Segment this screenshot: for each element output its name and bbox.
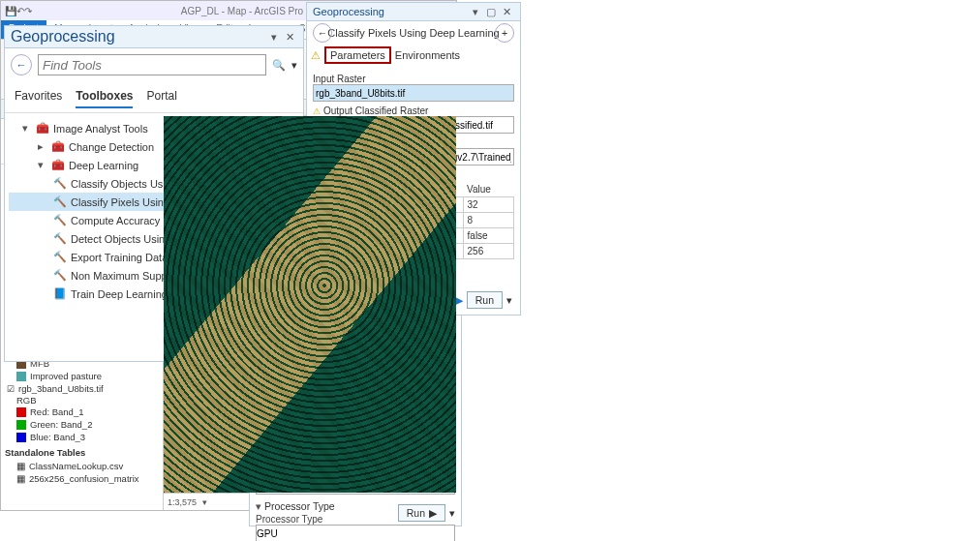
close-icon[interactable]: ✕ (499, 5, 514, 18)
tool-icon: 🔨 (53, 195, 67, 208)
undock-icon[interactable]: ▢ (483, 5, 499, 18)
list-item[interactable]: ▦ ClassNameLookup.csv (5, 460, 159, 472)
legend-item: Improved pasture (5, 370, 159, 382)
tool-icon: 🔨 (53, 251, 67, 263)
tool-icon: 🔨 (53, 214, 67, 226)
tab-environments[interactable]: Environments (395, 49, 460, 61)
pane-header: Geoprocessing ▾ ✕ (5, 26, 303, 48)
play-icon: ▶ (429, 507, 437, 519)
swatch (16, 372, 26, 381)
dropdown-icon[interactable]: ▾ (266, 30, 282, 44)
swatch (16, 407, 26, 417)
back-button[interactable]: ← (11, 54, 32, 75)
run-button[interactable]: Run (467, 291, 503, 309)
run-dropdown-icon[interactable]: ▾ (506, 294, 512, 306)
add-favorite-button[interactable]: + (495, 23, 514, 43)
close-icon[interactable]: ✕ (282, 30, 297, 44)
qat-icon[interactable]: ↷ (24, 6, 32, 16)
tool-icon: 🔨 (53, 232, 67, 245)
warning-icon: ⚠ (311, 49, 321, 62)
standalone-tables-header: Standalone Tables (5, 447, 159, 458)
dropdown-icon[interactable]: ▾ (468, 5, 483, 18)
map-canvas[interactable] (164, 116, 456, 493)
input-processor-type[interactable] (256, 525, 455, 541)
layer-rgb[interactable]: rgb_3band_U8bits.tif (5, 382, 159, 395)
tab-parameters[interactable]: Parameters (324, 46, 391, 64)
search-dropdown-icon[interactable]: ▾ (291, 59, 297, 72)
run-button[interactable]: Run▶ (398, 504, 445, 522)
tool-name: Classify Pixels Using Deep Learning (327, 27, 499, 39)
map-view: 🗺 Map ✕ 1:3,575 ▾ 378,728.19E 3,071,515.… (164, 100, 456, 510)
pane-title: Geoprocessing (11, 28, 266, 45)
rgb-header: RGB (5, 395, 159, 406)
swatch (16, 433, 26, 442)
back-button[interactable]: ← (313, 23, 332, 43)
swatch (16, 420, 26, 430)
label-input-raster: Input Raster (313, 74, 514, 84)
input-raster-field[interactable] (313, 84, 514, 102)
toolset-icon: 🧰 (51, 140, 65, 153)
tab-favorites[interactable]: Favorites (15, 85, 62, 108)
col-value: Value (463, 182, 513, 197)
search-input[interactable] (38, 54, 266, 75)
tab-toolboxes[interactable]: Toolboxes (76, 85, 133, 108)
scale-display[interactable]: 1:3,575 (168, 497, 197, 507)
tool-icon: 🔨 (53, 177, 67, 190)
legend-item: Red: Band_1 (5, 406, 159, 418)
tool-icon: 📘 (53, 287, 67, 300)
qat-icon[interactable]: ↶ (16, 6, 24, 16)
category-tabs: Favorites Toolboxes Portal (5, 81, 303, 113)
run-dropdown-icon[interactable]: ▾ (449, 507, 455, 519)
legend-item: Green: Band_2 (5, 418, 159, 431)
toolbox-icon: 🧰 (36, 122, 49, 135)
toolset-icon: 🧰 (51, 159, 65, 171)
search-icon[interactable]: 🔍 (272, 59, 286, 72)
list-item[interactable]: ▦ 256x256_confusion_matrix (5, 472, 159, 485)
pane-header: Geoprocessing ▾ ▢ ✕ (307, 3, 520, 21)
tool-icon: 🔨 (53, 269, 67, 282)
legend-item: Blue: Band_3 (5, 431, 159, 443)
scale-dropdown-icon[interactable]: ▾ (202, 497, 207, 507)
pane-title: Geoprocessing (313, 6, 468, 17)
qat-icon[interactable]: 💾 (5, 6, 16, 16)
tab-portal[interactable]: Portal (146, 85, 176, 108)
label-output-raster: Output Classified Raster (313, 105, 514, 116)
